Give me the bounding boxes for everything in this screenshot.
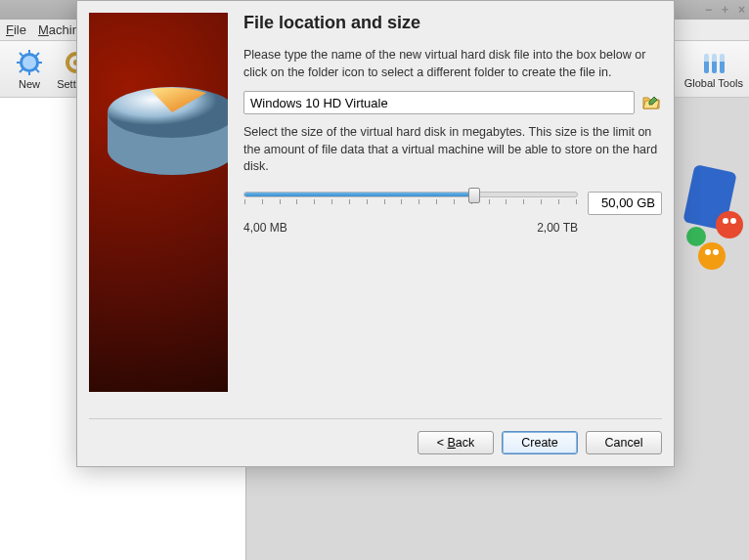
size-description: Select the size of the virtual hard disk… bbox=[243, 124, 662, 176]
size-slider[interactable] bbox=[243, 192, 578, 197]
dialog-content: File location and size Please type the n… bbox=[243, 13, 662, 407]
svg-point-19 bbox=[705, 249, 711, 255]
file-location-description: Please type the name of the new virtual … bbox=[243, 47, 662, 81]
folder-icon bbox=[642, 95, 660, 110]
size-max-label: 2,00 TB bbox=[537, 221, 578, 235]
svg-point-21 bbox=[686, 227, 706, 246]
dialog-body: File location and size Please type the n… bbox=[77, 1, 674, 418]
svg-rect-12 bbox=[712, 54, 717, 62]
create-button[interactable]: Create bbox=[502, 431, 578, 454]
file-location-input[interactable] bbox=[243, 91, 635, 114]
svg-point-16 bbox=[723, 218, 728, 224]
tubes-icon bbox=[700, 50, 727, 77]
minimize-icon[interactable]: − bbox=[705, 3, 712, 17]
svg-point-5 bbox=[22, 56, 36, 69]
main-window-controls: − + × bbox=[705, 3, 745, 17]
file-location-row bbox=[243, 91, 662, 114]
slider-labels: 4,00 MB 2,00 TB bbox=[243, 221, 578, 235]
size-row: 4,00 MB 2,00 TB bbox=[243, 192, 662, 235]
back-button[interactable]: < Back bbox=[418, 431, 494, 454]
svg-point-15 bbox=[716, 211, 743, 238]
maximize-icon[interactable]: + bbox=[722, 3, 728, 17]
svg-point-20 bbox=[713, 249, 719, 255]
dialog-heading: File location and size bbox=[243, 13, 662, 33]
svg-rect-11 bbox=[704, 54, 709, 62]
mascot-image bbox=[679, 139, 745, 305]
close-icon[interactable]: × bbox=[738, 3, 745, 17]
svg-point-17 bbox=[730, 218, 736, 224]
slider-thumb[interactable] bbox=[468, 188, 480, 203]
create-disk-dialog: File location and size Please type the n… bbox=[76, 0, 675, 467]
browse-folder-button[interactable] bbox=[640, 92, 662, 113]
wizard-sidebar-image bbox=[89, 13, 228, 392]
toolbar-new-label: New bbox=[19, 78, 40, 90]
svg-point-18 bbox=[698, 242, 726, 270]
size-min-label: 4,00 MB bbox=[243, 221, 287, 235]
slider-fill bbox=[244, 193, 474, 196]
size-input[interactable] bbox=[588, 192, 662, 215]
size-slider-wrap: 4,00 MB 2,00 TB bbox=[243, 192, 578, 235]
toolbar-new[interactable]: New bbox=[6, 49, 53, 90]
toolbar-global-tools-label: Global Tools bbox=[684, 77, 743, 89]
slider-ticks bbox=[243, 199, 578, 207]
svg-rect-13 bbox=[720, 54, 725, 62]
menu-file[interactable]: File bbox=[6, 22, 26, 37]
dialog-footer: < Back Create Cancel bbox=[77, 419, 674, 466]
toolbar-global-tools[interactable]: Global Tools bbox=[684, 50, 743, 89]
cancel-button[interactable]: Cancel bbox=[586, 431, 662, 454]
new-icon bbox=[16, 49, 43, 76]
